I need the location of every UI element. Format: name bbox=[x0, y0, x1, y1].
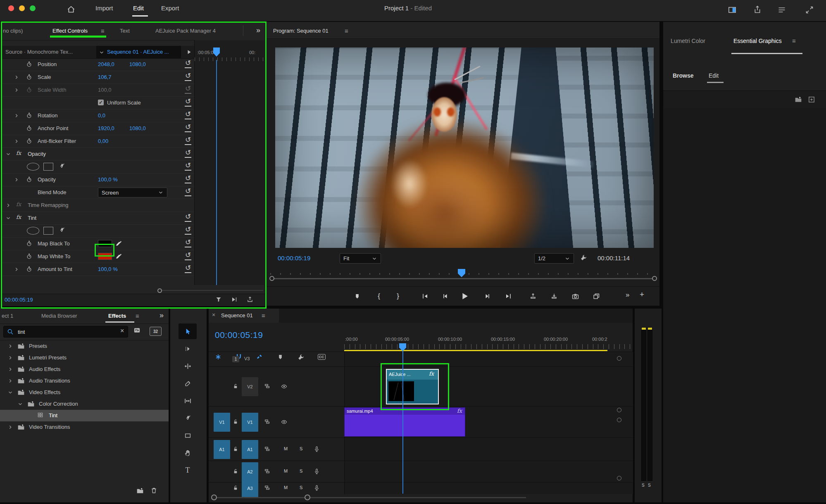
chevron-down-icon[interactable] bbox=[17, 401, 23, 407]
solo-track-button[interactable]: S bbox=[300, 468, 302, 473]
extract-icon[interactable] bbox=[549, 291, 559, 302]
menu-edit[interactable]: Edit bbox=[133, 5, 144, 12]
eyedropper-icon[interactable] bbox=[115, 252, 122, 259]
settings-wrench-icon[interactable] bbox=[580, 254, 587, 261]
param-value[interactable]: 1080,0 bbox=[129, 125, 146, 131]
panel-menu-icon[interactable]: ≡ bbox=[101, 27, 105, 34]
reset-parameter-icon[interactable]: ↺ bbox=[185, 136, 191, 145]
menu-export[interactable]: Export bbox=[161, 5, 179, 12]
lock-track-icon[interactable] bbox=[233, 485, 238, 492]
pen-tool[interactable] bbox=[179, 410, 197, 426]
solo-right-button[interactable]: S bbox=[648, 483, 651, 487]
video-frame[interactable] bbox=[275, 48, 654, 248]
panel-toggle-icon[interactable] bbox=[728, 6, 736, 14]
program-playhead[interactable] bbox=[458, 269, 465, 277]
step-back-icon[interactable] bbox=[440, 291, 451, 302]
program-more-button[interactable]: » bbox=[626, 291, 629, 299]
chevron-right-icon[interactable] bbox=[14, 74, 19, 80]
track-handle-circle[interactable] bbox=[617, 408, 621, 412]
blend-mode-select[interactable]: Screen bbox=[98, 188, 167, 197]
home-icon[interactable] bbox=[67, 5, 75, 13]
param-value[interactable]: 100,0 bbox=[98, 87, 112, 93]
scrollbar-handle-left[interactable] bbox=[211, 494, 217, 500]
ellipse-mask-icon[interactable] bbox=[27, 227, 39, 235]
close-sequence-icon[interactable]: × bbox=[212, 311, 215, 318]
type-tool[interactable]: T bbox=[179, 462, 197, 478]
export-frame-icon[interactable] bbox=[570, 291, 581, 302]
effects-menu-icon[interactable]: ≡ bbox=[136, 312, 139, 319]
lock-track-icon[interactable] bbox=[233, 383, 238, 390]
pen-mask-icon[interactable] bbox=[58, 227, 65, 234]
timeline-hscrollbar[interactable] bbox=[209, 494, 633, 502]
timeline-ruler[interactable]: :00:0000:00:05:0000:00:10:0000:00:15:000… bbox=[344, 333, 633, 351]
reset-parameter-icon[interactable]: ↺ bbox=[185, 264, 191, 273]
tree-item-audio-transitions[interactable]: Audio Transitions bbox=[0, 375, 169, 387]
lift-icon[interactable] bbox=[528, 291, 538, 302]
chevron-right-icon[interactable] bbox=[14, 113, 19, 119]
clip-samurai[interactable]: samurai.mp4 fx bbox=[344, 407, 465, 437]
step-forward-icon[interactable] bbox=[482, 291, 493, 302]
source-clip-label[interactable]: Source · Monochrome Tex... bbox=[5, 49, 73, 55]
tab-media-browser[interactable]: Media Browser bbox=[41, 313, 77, 319]
mark-in-icon[interactable]: { bbox=[374, 291, 384, 302]
tab-text[interactable]: Text bbox=[120, 28, 130, 34]
voiceover-record-mic-icon[interactable] bbox=[314, 468, 320, 476]
track-handle-circle[interactable] bbox=[617, 356, 621, 361]
target-patch-V1[interactable]: V1 bbox=[242, 413, 258, 432]
razor-tool[interactable] bbox=[179, 376, 197, 391]
color-swatch[interactable] bbox=[98, 253, 112, 260]
tab-sequence-01[interactable]: × Sequence 01 ≡ bbox=[209, 309, 279, 323]
effects-overflow-icon[interactable]: » bbox=[159, 311, 164, 320]
reset-parameter-icon[interactable]: ↺ bbox=[185, 59, 191, 68]
fullscreen-icon[interactable] bbox=[805, 6, 814, 14]
toggle-animation-stopwatch-icon[interactable] bbox=[26, 266, 32, 272]
effect-name[interactable]: Tint bbox=[28, 215, 36, 221]
tree-item-color-correction[interactable]: Color Correction bbox=[0, 398, 169, 410]
mute-track-button[interactable]: M bbox=[284, 468, 288, 473]
multi-camera-icon[interactable] bbox=[591, 291, 602, 302]
tab-lumetri-color[interactable]: Lumetri Color bbox=[671, 38, 705, 44]
track-content-area[interactable] bbox=[344, 461, 633, 483]
reset-parameter-icon[interactable]: ↺ bbox=[185, 85, 191, 94]
share-icon[interactable] bbox=[753, 5, 762, 14]
workspaces-icon[interactable] bbox=[778, 6, 786, 14]
track-select-forward-tool[interactable] bbox=[179, 341, 197, 357]
play-effect-icon[interactable] bbox=[231, 296, 238, 303]
scrubber-left-handle[interactable] bbox=[269, 276, 274, 281]
tab-effects[interactable]: Effects bbox=[108, 313, 126, 319]
program-timecode[interactable]: 00:00:05:19 bbox=[278, 254, 310, 262]
subtab-browse[interactable]: Browse bbox=[673, 72, 694, 79]
chevron-right-icon[interactable] bbox=[7, 355, 13, 361]
param-value[interactable]: 0,0 bbox=[98, 112, 105, 119]
toggle-track-output-eye-icon[interactable] bbox=[281, 419, 288, 426]
target-patch-V2[interactable]: V2 bbox=[242, 377, 258, 396]
chevron-down-icon[interactable] bbox=[7, 390, 13, 395]
effect-name[interactable]: Time Remapping bbox=[28, 202, 69, 208]
search-box[interactable]: × bbox=[3, 326, 128, 338]
chevron-down-icon[interactable] bbox=[5, 151, 11, 157]
reset-parameter-icon[interactable]: ↺ bbox=[185, 213, 191, 222]
scrollbar-handle-right[interactable] bbox=[305, 494, 310, 500]
sync-lock-icon[interactable] bbox=[264, 418, 270, 426]
tab-program[interactable]: Program: Sequence 01 bbox=[273, 28, 328, 34]
ellipse-mask-icon[interactable] bbox=[27, 163, 39, 171]
chevron-down-icon[interactable] bbox=[5, 215, 11, 221]
track-handle-circle[interactable] bbox=[617, 418, 621, 422]
selection-tool[interactable] bbox=[179, 323, 197, 339]
play-toggle-icon[interactable] bbox=[186, 49, 192, 55]
sync-lock-icon[interactable] bbox=[264, 383, 270, 390]
chevron-right-icon[interactable] bbox=[14, 177, 19, 183]
go-to-in-icon[interactable] bbox=[420, 291, 431, 302]
tree-item-lumetri-presets[interactable]: Lumetri Presets bbox=[0, 352, 169, 364]
right-panel-menu-icon[interactable]: ≡ bbox=[792, 37, 796, 44]
sync-lock-icon[interactable] bbox=[264, 485, 270, 492]
chevron-right-icon[interactable] bbox=[7, 366, 13, 372]
chevron-right-icon[interactable] bbox=[7, 378, 13, 384]
zoom-window-button[interactable] bbox=[30, 5, 36, 11]
mini-playhead-line[interactable] bbox=[216, 60, 217, 285]
toggle-animation-stopwatch-icon[interactable] bbox=[26, 176, 32, 183]
reset-parameter-icon[interactable]: ↺ bbox=[185, 162, 191, 171]
timeline-timecode[interactable]: 00:00:05:19 bbox=[215, 330, 263, 340]
target-patch-A1[interactable]: A1 bbox=[242, 440, 258, 459]
tree-item-presets[interactable]: Presets bbox=[0, 340, 169, 352]
